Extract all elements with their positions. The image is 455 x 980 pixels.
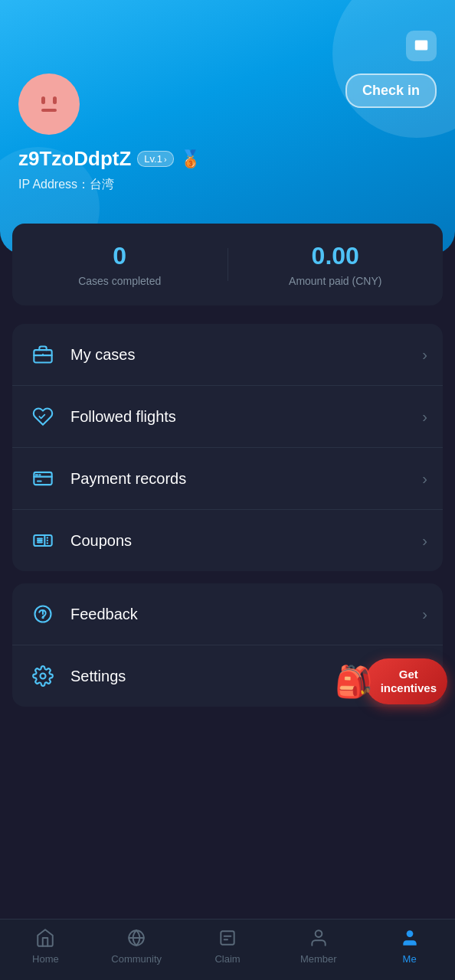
incentives-text: Get incentives [365,658,447,704]
member-icon [308,927,329,949]
heart-flight-icon [28,401,58,432]
hero-section: Check in z9TzoDdptZ Lv.1 › 🥉 IP Address：… [0,0,455,254]
menu-item-feedback[interactable]: Feedback › [12,583,443,645]
chevron-right-icon: › [422,346,427,364]
ip-address: IP Address：台湾 [18,177,437,193]
menu-item-my-cases[interactable]: My cases › [12,324,443,386]
amount-label: Amount paid (CNY) [289,275,381,287]
menu-item-payment-records[interactable]: Payment records › [12,448,443,510]
bag-icon: 🎒 [335,664,373,700]
svg-point-19 [406,930,413,937]
coupons-label: Coupons [70,532,422,550]
svg-point-7 [47,537,48,538]
nav-item-community[interactable]: Community [91,927,182,965]
svg-point-12 [41,674,46,679]
feedback-label: Feedback [70,606,422,623]
chevron-right-icon: › [422,470,427,488]
claim-label: Claim [214,953,240,965]
menu-item-followed-flights[interactable]: Followed flights › [12,386,443,448]
svg-rect-15 [221,931,234,944]
me-label: Me [403,953,417,965]
svg-rect-1 [34,350,51,362]
username: z9TzoDdptZ [18,147,131,171]
chevron-right-icon: › [164,155,167,164]
menu-item-coupons[interactable]: Coupons › [12,510,443,571]
payment-records-label: Payment records [70,470,422,488]
message-button[interactable] [406,31,437,61]
stats-card: 0 Cases completed 0.00 Amount paid (CNY) [12,224,443,305]
feedback-icon [28,599,58,629]
settings-icon [28,661,58,691]
my-cases-label: My cases [70,346,422,364]
cases-label: Cases completed [78,275,161,287]
svg-rect-0 [415,41,428,51]
svg-point-9 [47,542,48,544]
bottom-navigation: Home Community Claim Member Me [0,919,455,980]
nav-item-claim[interactable]: Claim [182,927,273,965]
cases-value: 0 [113,242,126,270]
amount-value: 0.00 [312,242,359,270]
svg-rect-3 [34,472,51,485]
svg-point-18 [315,930,322,937]
cases-stat: 0 Cases completed [12,242,228,287]
avatar [18,74,80,135]
amount-stat: 0.00 Amount paid (CNY) [228,242,444,287]
followed-flights-label: Followed flights [70,408,422,426]
chevron-right-icon: › [422,532,427,550]
chevron-right-icon: › [422,606,427,623]
community-icon [126,927,147,949]
menu-content: My cases › Followed flights › [0,305,455,795]
home-label: Home [32,953,59,965]
nav-item-home[interactable]: Home [0,927,91,965]
home-icon [34,927,56,949]
level-badge[interactable]: Lv.1 › [137,151,173,167]
svg-rect-6 [34,535,51,546]
me-icon [399,927,421,949]
nav-item-me[interactable]: Me [364,927,455,965]
menu-section-1: My cases › Followed flights › [12,324,443,571]
svg-point-8 [47,540,48,541]
claim-icon [217,927,238,949]
medal-icon: 🥉 [180,149,201,169]
chevron-right-icon: › [422,408,427,426]
payment-icon [28,463,58,494]
check-in-button[interactable]: Check in [345,74,437,108]
level-text: Lv.1 [144,153,162,165]
briefcase-icon [28,339,58,370]
coupon-icon [28,525,58,556]
get-incentives-button[interactable]: 🎒 Get incentives [335,658,447,704]
nav-item-member[interactable]: Member [273,927,364,965]
community-label: Community [111,953,162,965]
member-label: Member [300,953,337,965]
